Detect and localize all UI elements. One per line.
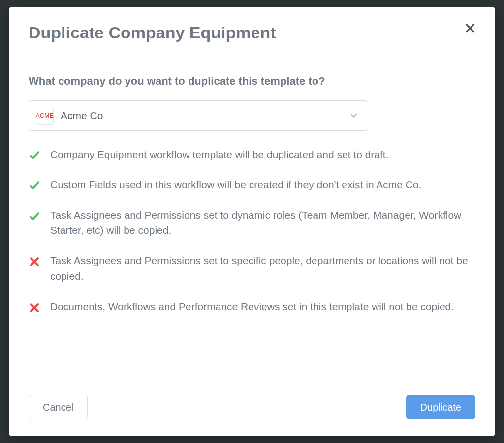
cancel-button[interactable]: Cancel [29,395,88,419]
modal-title: Duplicate Company Equipment [29,23,276,43]
modal-header: Duplicate Company Equipment [9,7,495,60]
duplicate-template-modal: Duplicate Company Equipment What company… [9,7,495,436]
close-icon [464,22,476,34]
check-icon [29,210,40,222]
chevron-down-icon [349,111,359,121]
check-icon [29,179,40,191]
notes-list: Company Equipment workflow template will… [29,147,475,315]
note-item: Documents, Workflows and Performance Rev… [29,299,475,315]
company-name: Acme Co [61,110,342,122]
note-text: Company Equipment workflow template will… [50,147,389,162]
check-icon [29,149,40,161]
modal-body: What company do you want to duplicate th… [9,60,495,380]
company-logo: ACME [36,107,54,125]
note-text: Custom Fields used in this workflow will… [50,177,422,192]
note-text: Documents, Workflows and Performance Rev… [50,299,454,315]
duplicate-button[interactable]: Duplicate [406,395,475,419]
note-item: Task Assignees and Permissions set to sp… [29,253,475,284]
note-item: Custom Fields used in this workflow will… [29,177,475,192]
note-text: Task Assignees and Permissions set to sp… [50,253,475,284]
note-item: Task Assignees and Permissions set to dy… [29,207,475,238]
company-select[interactable]: ACME Acme Co [29,100,368,131]
cross-icon [29,256,40,268]
modal-footer: Cancel Duplicate [9,380,495,436]
prompt-text: What company do you want to duplicate th… [29,75,475,88]
note-item: Company Equipment workflow template will… [29,147,475,162]
cross-icon [29,302,40,314]
note-text: Task Assignees and Permissions set to dy… [50,207,475,238]
close-button[interactable] [462,20,478,36]
